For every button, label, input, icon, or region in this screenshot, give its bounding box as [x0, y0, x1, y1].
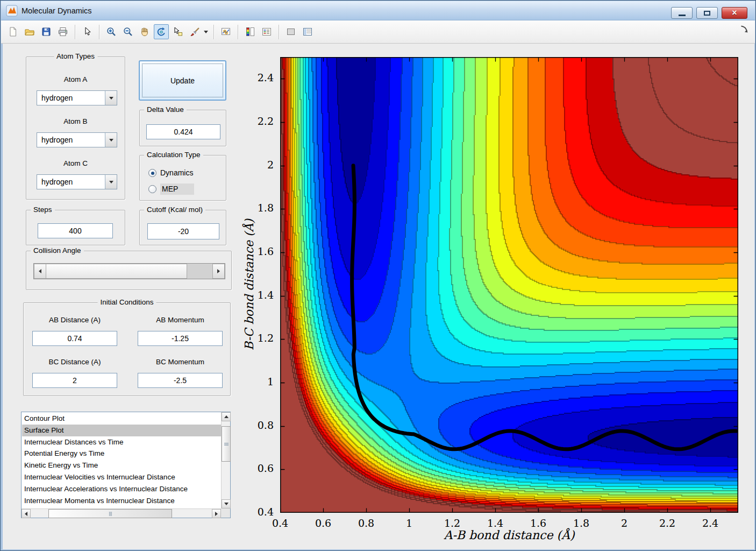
list-item[interactable]: Potential Energy vs Time [22, 448, 221, 460]
y-tick-label: 0.4 [239, 506, 274, 518]
atom-a-value: hydrogen [37, 91, 105, 105]
save-icon [41, 26, 52, 37]
calculation-type-panel: Calculation Type Dynamics MEP [139, 155, 226, 201]
brush-button[interactable] [187, 24, 202, 39]
cutoff-panel: Cutoff (Kcal/ mol) [139, 210, 226, 245]
open-file-button[interactable] [22, 24, 37, 39]
list-item[interactable]: Contour Plot [22, 413, 221, 425]
arrow-right-icon [215, 512, 218, 516]
bc-momentum-label: BC Momentum [138, 358, 223, 366]
x-tick-label: 1 [393, 517, 425, 529]
steps-field[interactable] [38, 223, 113, 238]
arrow-left-icon [25, 512, 27, 516]
y-tick-label: 2 [239, 159, 274, 171]
minimize-button[interactable] [671, 7, 693, 19]
x-tick-label: 1.8 [565, 517, 597, 529]
pan-button[interactable] [137, 24, 152, 39]
save-figure-button[interactable] [39, 24, 54, 39]
list-item[interactable]: Internuclear Momenta vs Internuclear Dis… [22, 495, 221, 507]
zoom-out-button[interactable] [120, 24, 135, 39]
thumb-grip [109, 512, 110, 516]
bc-distance-field[interactable] [32, 373, 117, 388]
x-tick-label: 0.4 [264, 517, 296, 529]
dropdown-button[interactable] [105, 175, 117, 189]
calculation-type-title: Calculation Type [144, 151, 203, 159]
slider-right-arrow[interactable] [212, 264, 225, 279]
link-plot-button[interactable] [218, 24, 233, 39]
show-plot-tools-button[interactable] [300, 24, 315, 39]
contour-plot-canvas[interactable] [280, 57, 738, 513]
atom-b-label: Atom B [26, 117, 125, 125]
dropdown-button[interactable] [105, 91, 117, 105]
collision-angle-panel: Collision Angle [26, 251, 232, 290]
minimize-icon [679, 15, 686, 16]
list-item[interactable]: Kinetic Energy vs Time [22, 460, 221, 471]
radio-mep[interactable]: MEP [148, 183, 194, 195]
window-controls: × [671, 7, 747, 19]
plot-type-listbox: Contour Plot Surface Plot Internuclear D… [21, 412, 231, 518]
atom-a-dropdown[interactable]: hydrogen [37, 90, 117, 105]
slider-left-arrow[interactable] [34, 264, 46, 279]
ab-momentum-field[interactable] [138, 331, 223, 346]
list-item[interactable]: Internuclear Distances vs Time [22, 436, 221, 448]
scrollbar-corner [221, 508, 230, 518]
vertical-scroll-thumb[interactable] [222, 426, 231, 462]
radio-dynamics[interactable]: Dynamics [148, 168, 193, 177]
dock-figure-button[interactable] [739, 24, 749, 36]
data-cursor-button[interactable] [170, 24, 186, 39]
horizontal-scroll-thumb[interactable] [48, 509, 172, 518]
open-folder-icon [24, 26, 35, 37]
arrow-up-icon [224, 415, 229, 418]
horizontal-scrollbar[interactable] [22, 508, 221, 518]
slider-track[interactable] [187, 264, 212, 279]
update-button[interactable]: Update [139, 60, 226, 101]
initial-conditions-panel: Initial Conditions AB Distance (A) AB Mo… [23, 302, 231, 396]
print-figure-button[interactable] [55, 24, 70, 39]
bc-momentum-field[interactable] [138, 373, 223, 388]
list-item-selected[interactable]: Surface Plot [22, 425, 221, 436]
new-figure-button[interactable] [5, 24, 20, 39]
scroll-up-button[interactable] [222, 412, 231, 421]
list-item[interactable]: Internuclear Accelerations vs Internucle… [22, 483, 221, 495]
y-tick-label: 1.8 [239, 202, 274, 214]
brush-dropdown-button[interactable] [202, 24, 209, 39]
hide-plot-tools-button[interactable] [283, 24, 298, 39]
x-tick-label: 1.4 [479, 517, 511, 529]
atom-b-dropdown[interactable]: hydrogen [37, 132, 117, 147]
scroll-right-button[interactable] [212, 509, 221, 518]
title-bar: Molecular Dynamics × [1, 1, 755, 20]
zoom-in-icon [106, 26, 117, 37]
y-tick-label: 2.2 [239, 115, 274, 127]
list-item[interactable]: Internuclear Velocities vs Internuclear … [22, 471, 221, 483]
maximize-button[interactable] [696, 7, 718, 19]
scroll-down-button[interactable] [222, 499, 231, 508]
collision-angle-slider[interactable] [33, 263, 225, 279]
delta-value-panel: Delta Value [139, 110, 226, 146]
x-tick-label: 1.6 [522, 517, 554, 529]
delta-value-field[interactable] [146, 124, 220, 139]
atom-c-dropdown[interactable]: hydrogen [37, 174, 117, 189]
rotate-3d-button[interactable] [154, 24, 169, 39]
scroll-left-button[interactable] [22, 509, 31, 518]
radio-unselected-icon [148, 185, 156, 193]
close-button[interactable]: × [722, 7, 747, 19]
vertical-scrollbar[interactable] [221, 412, 230, 508]
thumb-grip [224, 443, 229, 443]
zoom-in-button[interactable] [104, 24, 119, 39]
cutoff-title: Cutoff (Kcal/ mol) [144, 206, 205, 214]
print-icon [58, 26, 68, 37]
window-title: Molecular Dynamics [22, 6, 92, 15]
steps-title: Steps [31, 206, 55, 214]
cutoff-field[interactable] [147, 223, 219, 239]
y-tick-label: 1.6 [239, 245, 274, 257]
dropdown-button[interactable] [105, 133, 117, 147]
toolbar-separator [279, 25, 279, 39]
y-axis-label: B-C bond distance (Å) [243, 219, 256, 350]
edit-plot-button[interactable] [80, 24, 95, 39]
ab-distance-field[interactable] [32, 331, 117, 346]
slider-thumb[interactable] [46, 264, 187, 279]
y-tick-label: 1.4 [239, 289, 274, 301]
insert-legend-button[interactable] [259, 24, 274, 39]
toolbar-separator [99, 25, 99, 39]
insert-colorbar-button[interactable] [243, 24, 258, 39]
